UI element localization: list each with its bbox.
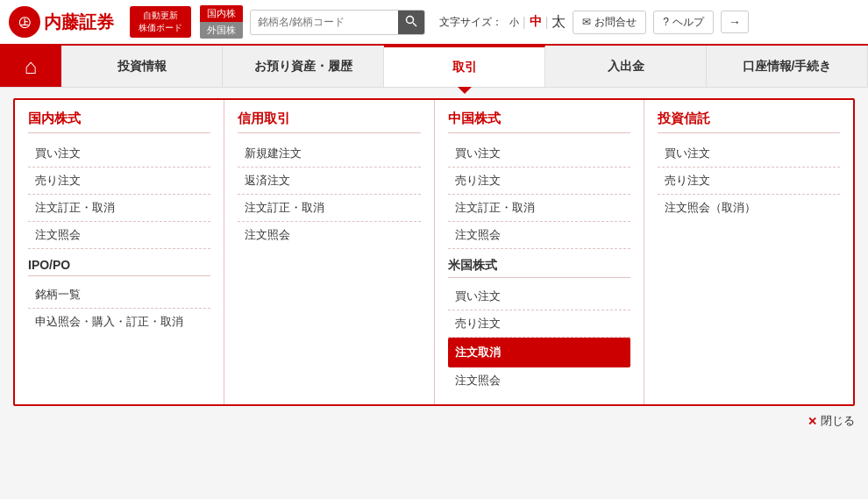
help-button[interactable]: ? ヘルプ [653, 11, 714, 34]
col-title-fund: 投資信託 [658, 110, 840, 133]
list-item[interactable]: 注文訂正・取消 [448, 195, 630, 222]
search-input[interactable] [251, 11, 398, 32]
auto-update-button[interactable]: 自動更新 株価ボード [130, 6, 191, 38]
search-button[interactable] [398, 11, 424, 34]
list-item[interactable]: 注文照会 [448, 222, 630, 249]
list-item[interactable]: 注文訂正・取消 [238, 195, 420, 222]
logo: ㊤ 内藤証券 [9, 6, 114, 38]
list-item[interactable]: 注文照会 [28, 222, 210, 249]
svg-line-3 [413, 23, 416, 26]
logo-circle: ㊤ [9, 6, 40, 38]
nav-home-button[interactable]: ⌂ [0, 46, 61, 87]
mail-icon: ✉ [582, 16, 591, 28]
dropdown-col-fund: 投資信託 買い注文 売り注文 注文照会（取消） [644, 100, 853, 404]
close-bar: ✕ 閉じる [0, 406, 868, 436]
list-item[interactable]: 売り注文 [448, 310, 630, 338]
dropdown-col-margin: 信用取引 新規建注文 返済注文 注文訂正・取消 注文照会 [224, 100, 434, 404]
svg-point-2 [407, 16, 414, 23]
dropdown-menu: 国内株式 買い注文 売り注文 注文訂正・取消 注文照会 IPO/PO 銘柄一覧 … [13, 98, 855, 406]
list-item[interactable]: 売り注文 [448, 168, 630, 195]
contact-button[interactable]: ✉ お問合せ [573, 11, 646, 34]
list-item[interactable]: 買い注文 [448, 140, 630, 168]
list-item[interactable]: 買い注文 [28, 140, 210, 168]
search-box [250, 10, 425, 35]
sub-title-us: 米国株式 [448, 258, 630, 278]
list-item[interactable]: 売り注文 [658, 168, 840, 195]
close-label: 閉じる [821, 413, 855, 429]
font-medium-button[interactable]: 中 [530, 14, 542, 30]
header: ㊤ 内藤証券 自動更新 株価ボード 国内株 外国株 文字サイズ： 小 | 中 |… [0, 0, 868, 46]
logo-text: 内藤証券 [44, 11, 114, 34]
nav-tab-azukari[interactable]: お預り資産・履歴 [223, 46, 384, 87]
list-item[interactable]: 注文照会（取消） [658, 195, 840, 221]
sub-title-ipo: IPO/PO [28, 258, 210, 276]
foreign-stock-button[interactable]: 外国株 [200, 22, 243, 39]
nav-tab-toushi[interactable]: 投資情報 [61, 46, 223, 87]
list-item[interactable]: 注文照会 [238, 222, 420, 248]
col-title-margin: 信用取引 [238, 110, 420, 133]
nav-tab-nyukin[interactable]: 入出金 [545, 46, 707, 87]
list-item[interactable]: 買い注文 [448, 283, 630, 310]
svg-text:㊤: ㊤ [18, 15, 31, 29]
domestic-stock-button[interactable]: 国内株 [200, 5, 243, 22]
nav-tab-torihiki[interactable]: 取引 [384, 46, 545, 87]
font-large-button[interactable]: 太 [551, 13, 566, 32]
list-item[interactable]: 返済注文 [238, 168, 420, 195]
list-item[interactable]: 注文照会 [448, 367, 630, 394]
main-nav: ⌂ 投資情報 お預り資産・履歴 取引 入出金 口座情報/手続き [0, 46, 868, 88]
col-title-china: 中国株式 [448, 110, 630, 133]
list-item[interactable]: 注文訂正・取消 [28, 195, 210, 222]
help-icon: ? [663, 16, 669, 28]
order-cancel-active-button[interactable]: 注文取消 [448, 338, 630, 367]
close-x-icon: ✕ [808, 415, 817, 428]
font-size-controls: 小 | 中 | 太 [509, 13, 566, 32]
list-item[interactable]: 売り注文 [28, 168, 210, 195]
list-item[interactable]: 申込照会・購入・訂正・取消 [28, 309, 210, 335]
col-title-domestic: 国内株式 [28, 110, 210, 133]
logout-button[interactable]: → [721, 11, 749, 33]
stock-type-buttons: 国内株 外国株 [200, 5, 243, 39]
nav-tab-kouza[interactable]: 口座情報/手続き [707, 46, 868, 87]
list-item[interactable]: 新規建注文 [238, 140, 420, 168]
dropdown-col-domestic: 国内株式 買い注文 売り注文 注文訂正・取消 注文照会 IPO/PO 銘柄一覧 … [15, 100, 224, 404]
home-icon: ⌂ [25, 54, 38, 79]
list-item[interactable]: 銘柄一覧 [28, 282, 210, 309]
dropdown-col-china-us: 中国株式 買い注文 売り注文 注文訂正・取消 注文照会 米国株式 買い注文 売り… [435, 100, 644, 404]
font-size-label: 文字サイズ： [439, 15, 502, 30]
close-dropdown-button[interactable]: ✕ 閉じる [808, 413, 855, 429]
main-content: 国内株式 買い注文 売り注文 注文訂正・取消 注文照会 IPO/PO 銘柄一覧 … [0, 98, 868, 436]
list-item[interactable]: 買い注文 [658, 140, 840, 168]
font-small-button[interactable]: 小 [509, 16, 519, 29]
